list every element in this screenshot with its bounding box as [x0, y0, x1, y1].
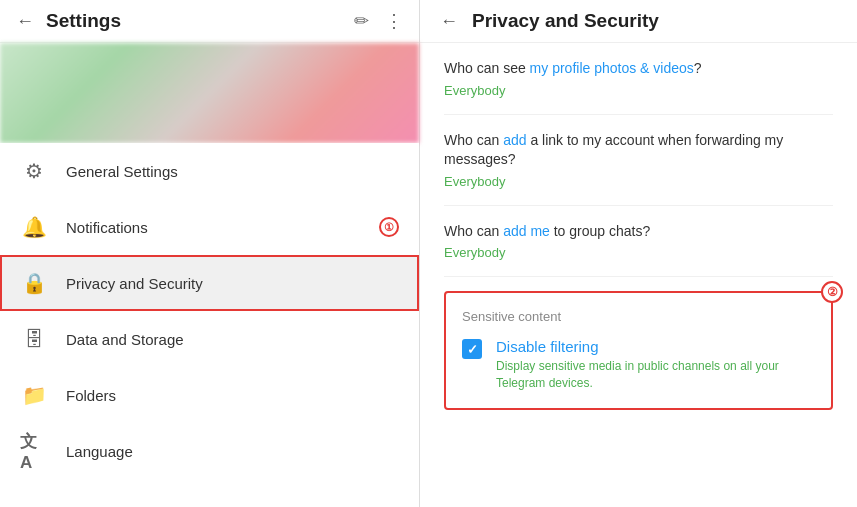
sidebar-item-label: General Settings: [66, 163, 399, 180]
profile-banner: [0, 43, 419, 143]
left-header: ← Settings ✏ ⋮: [0, 0, 419, 43]
disable-filtering-checkbox[interactable]: [462, 339, 482, 359]
privacy-security-title: Privacy and Security: [472, 10, 659, 32]
sidebar-item-notifications[interactable]: 🔔 Notifications ①: [0, 199, 419, 255]
translate-icon: 文A: [20, 437, 48, 465]
right-content: Who can see my profile photos & videos? …: [420, 43, 857, 507]
back-icon-right[interactable]: ←: [440, 11, 458, 32]
sidebar-item-label: Language: [66, 443, 399, 460]
privacy-question: Who can add a link to my account when fo…: [444, 131, 833, 170]
privacy-item-groups[interactable]: Who can add me to group chats? Everybody: [444, 206, 833, 278]
back-icon-left[interactable]: ←: [16, 11, 34, 32]
database-icon: 🗄: [20, 325, 48, 353]
settings-title: Settings: [46, 10, 354, 32]
privacy-question: Who can see my profile photos & videos?: [444, 59, 833, 79]
sidebar-item-label: Privacy and Security: [66, 275, 399, 292]
privacy-answer: Everybody: [444, 83, 833, 98]
edit-icon[interactable]: ✏: [354, 10, 369, 32]
annotation-badge-2: ②: [821, 281, 843, 303]
sidebar-item-label: Data and Storage: [66, 331, 399, 348]
sensitive-content-section: ② Sensitive content Disable filtering Di…: [444, 291, 833, 410]
sidebar-item-general[interactable]: ⚙ General Settings: [0, 143, 419, 199]
left-panel: ← Settings ✏ ⋮ ⚙ General Settings 🔔 Noti…: [0, 0, 420, 507]
option-title[interactable]: Disable filtering: [496, 338, 815, 355]
sidebar-item-label: Folders: [66, 387, 399, 404]
privacy-answer: Everybody: [444, 245, 833, 260]
notification-badge: ①: [379, 217, 399, 237]
privacy-item-link[interactable]: Who can add a link to my account when fo…: [444, 115, 833, 206]
sidebar-item-label: Notifications: [66, 219, 379, 236]
menu-list: ⚙ General Settings 🔔 Notifications ① 🔒 P…: [0, 143, 419, 507]
sidebar-item-folders[interactable]: 📁 Folders: [0, 367, 419, 423]
header-actions: ✏ ⋮: [354, 10, 403, 32]
lock-icon: 🔒: [20, 269, 48, 297]
sidebar-item-language[interactable]: 文A Language: [0, 423, 419, 479]
bell-icon: 🔔: [20, 213, 48, 241]
folder-icon: 📁: [20, 381, 48, 409]
sidebar-item-privacy[interactable]: 🔒 Privacy and Security: [0, 255, 419, 311]
more-icon[interactable]: ⋮: [385, 10, 403, 32]
privacy-answer: Everybody: [444, 174, 833, 189]
right-panel: ← Privacy and Security Who can see my pr…: [420, 0, 857, 507]
gear-icon: ⚙: [20, 157, 48, 185]
sidebar-item-data[interactable]: 🗄 Data and Storage: [0, 311, 419, 367]
sensitive-option-row: Disable filtering Display sensitive medi…: [462, 338, 815, 392]
privacy-item-photos[interactable]: Who can see my profile photos & videos? …: [444, 43, 833, 115]
privacy-question: Who can add me to group chats?: [444, 222, 833, 242]
sensitive-section-label: Sensitive content: [462, 309, 815, 324]
sensitive-option-text: Disable filtering Display sensitive medi…: [496, 338, 815, 392]
option-desc: Display sensitive media in public channe…: [496, 358, 815, 392]
right-header: ← Privacy and Security: [420, 0, 857, 43]
